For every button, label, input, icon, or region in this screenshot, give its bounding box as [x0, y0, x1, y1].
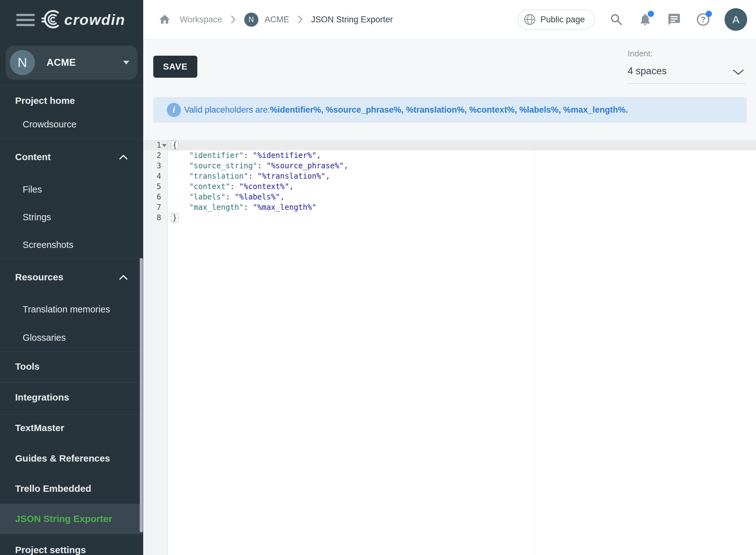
- globe-icon: [523, 13, 536, 26]
- public-page-label: Public page: [540, 15, 585, 25]
- code-token-ws: [171, 161, 189, 170]
- chevron-right-icon: [231, 15, 236, 24]
- code-token-pun: :: [257, 161, 266, 170]
- code-token-key: "context": [189, 182, 230, 191]
- chevron-right-icon: [298, 15, 302, 24]
- code-token-val: "%source_phrase%": [266, 161, 344, 170]
- code-token-val: "%context%": [239, 182, 289, 191]
- code-token-key: "identifier": [189, 151, 244, 160]
- indent-selected-value: 4 spaces: [628, 66, 667, 77]
- search-icon[interactable]: [609, 12, 624, 27]
- sidebar-item-glossaries[interactable]: Glossaries: [0, 323, 143, 353]
- code-token-val: "%translation%": [257, 172, 326, 181]
- sidebar-item-strings[interactable]: Strings: [0, 202, 143, 232]
- code-token-pun: ,: [326, 172, 330, 181]
- crowdin-logo-icon: [39, 8, 62, 31]
- sidebar-item-label: Resources: [15, 272, 63, 283]
- code-token-pun: :: [244, 203, 253, 212]
- code-line-5: "context": "%context%",: [171, 181, 294, 192]
- code-token-key: "source_string": [189, 161, 257, 170]
- breadcrumb-acme-badge[interactable]: N: [244, 12, 258, 27]
- save-button[interactable]: SAVE: [153, 56, 197, 78]
- indent-label: Indent:: [628, 49, 653, 58]
- sidebar-scrollbar[interactable]: [140, 258, 143, 532]
- organization-selector[interactable]: N ACME: [6, 46, 137, 80]
- sidebar-item-label: Project settings: [15, 545, 86, 555]
- sidebar-item-json-string-exporter[interactable]: JSON String Exporter: [0, 504, 143, 534]
- main-area: Workspace N ACME JSON String Exporter: [143, 0, 756, 555]
- info-icon: i: [167, 103, 181, 117]
- notifications-bell-icon[interactable]: [638, 12, 653, 27]
- sidebar-item-label: Project home: [15, 95, 75, 106]
- hamburger-menu-icon[interactable]: [16, 14, 35, 27]
- chevron-up-icon[interactable]: [119, 275, 127, 280]
- sidebar: crowdin N ACME Project homeCrowdsourceCo…: [0, 0, 143, 555]
- sidebar-item-label: Content: [15, 152, 51, 162]
- code-token-pun: :: [244, 151, 253, 160]
- line-number: 3: [143, 161, 161, 171]
- messages-icon[interactable]: [667, 12, 682, 27]
- sidebar-item-label: Crowdsource: [23, 119, 77, 130]
- sidebar-item-project-settings[interactable]: Project settings: [0, 535, 143, 555]
- breadcrumb-current-page: JSON String Exporter: [311, 15, 393, 25]
- home-icon[interactable]: [158, 13, 171, 26]
- sidebar-item-label: Tools: [15, 361, 40, 372]
- indent-select[interactable]: 4 spaces: [627, 63, 745, 84]
- sidebar-item-trello-embedded[interactable]: Trello Embedded: [0, 473, 143, 504]
- user-avatar[interactable]: A: [724, 8, 747, 31]
- sidebar-item-textmaster[interactable]: TextMaster: [0, 413, 143, 443]
- crowdin-logo[interactable]: crowdin: [39, 7, 125, 32]
- code-token-pun: ,: [316, 151, 321, 160]
- sidebar-item-label: TextMaster: [15, 423, 64, 433]
- editor-ruler-line: [534, 140, 535, 555]
- sidebar-item-tools[interactable]: Tools: [0, 351, 143, 382]
- sidebar-item-guides-references[interactable]: Guides & References: [0, 443, 143, 473]
- breadcrumb-acme[interactable]: ACME: [265, 15, 289, 25]
- code-line-3: "source_string": "%source_phrase%",: [171, 161, 348, 171]
- code-token-val: "%identifier%": [253, 151, 316, 160]
- code-editor[interactable]: 1{2 "identifier": "%identifier%",3 "sour…: [143, 140, 756, 555]
- fold-arrow-icon[interactable]: [162, 144, 167, 147]
- sidebar-item-screenshots[interactable]: Screenshots: [0, 230, 143, 260]
- sidebar-item-translation-memories[interactable]: Translation memories: [0, 294, 143, 325]
- public-page-button[interactable]: Public page: [518, 9, 595, 30]
- page: crowdin N ACME Project homeCrowdsourceCo…: [0, 0, 756, 555]
- code-token-brace: }: [171, 213, 178, 222]
- organization-avatar: N: [10, 50, 35, 75]
- code-token-ws: [171, 182, 189, 191]
- sidebar-item-files[interactable]: Files: [0, 174, 143, 205]
- sidebar-item-crowdsource[interactable]: Crowdsource: [0, 109, 143, 139]
- code-token-key: "max_length": [189, 203, 244, 212]
- help-icon[interactable]: ?: [696, 12, 711, 27]
- sidebar-item-label: Files: [23, 184, 42, 195]
- breadcrumb: Workspace N ACME JSON String Exporter: [158, 0, 393, 39]
- sidebar-item-label: Integrations: [15, 392, 69, 403]
- sidebar-item-label: JSON String Exporter: [15, 513, 112, 524]
- chevron-down-icon: [733, 69, 744, 76]
- line-number: 4: [143, 171, 161, 181]
- code-line-2: "identifier": "%identifier%",: [171, 151, 321, 161]
- help-badge: [706, 11, 712, 17]
- sidebar-item-label: Strings: [23, 212, 51, 222]
- sidebar-item-content[interactable]: Content: [0, 142, 143, 172]
- editor-active-line: [143, 140, 756, 151]
- sidebar-item-resources[interactable]: Resources: [0, 262, 143, 292]
- info-banner: i Valid placeholders are: %identifier%, …: [153, 97, 747, 123]
- editor-gutter-border: [167, 140, 168, 555]
- sidebar-item-label: Glossaries: [23, 333, 66, 343]
- code-token-pun: ,: [289, 182, 294, 191]
- info-banner-text-normal: Valid placeholders are:: [184, 105, 270, 115]
- svg-text:?: ?: [701, 15, 706, 24]
- breadcrumb-workspace[interactable]: Workspace: [180, 15, 222, 25]
- code-token-pun: :: [230, 182, 239, 191]
- sidebar-item-label: Guides & References: [15, 453, 110, 464]
- code-token-key: "labels": [189, 193, 226, 201]
- code-token-ws: [171, 193, 189, 201]
- content-area: SAVE Indent: 4 spaces i Valid placeholde…: [143, 39, 756, 555]
- sidebar-item-label: Screenshots: [23, 240, 73, 250]
- code-token-brace: {: [171, 140, 178, 150]
- sidebar-item-integrations[interactable]: Integrations: [0, 382, 143, 413]
- code-line-8: }: [171, 213, 178, 223]
- chevron-up-icon[interactable]: [119, 155, 127, 160]
- code-line-7: "max_length": "%max_length%": [171, 202, 316, 213]
